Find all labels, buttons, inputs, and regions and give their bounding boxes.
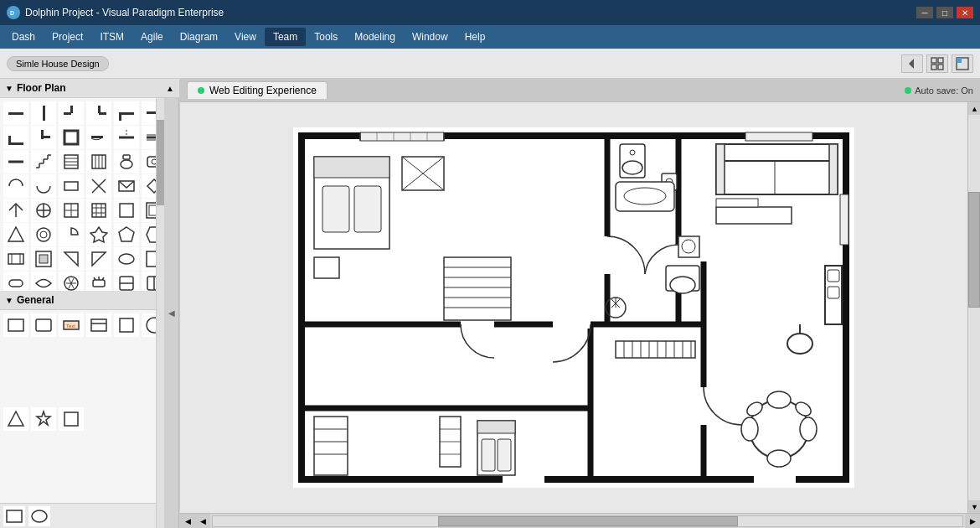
horizontal-scrollbar[interactable]: ◀ ◀ ▶ bbox=[180, 513, 980, 528]
menu-itsm[interactable]: ITSM bbox=[91, 28, 132, 46]
window-1[interactable] bbox=[142, 126, 156, 149]
wall-l-2[interactable] bbox=[31, 126, 56, 149]
rect-1[interactable] bbox=[59, 174, 84, 198]
horizontal-scrollbar-track[interactable] bbox=[212, 515, 963, 527]
shape-16[interactable] bbox=[86, 272, 111, 291]
close-button[interactable]: ✕ bbox=[957, 7, 973, 18]
floor-plan-section-header[interactable]: ▼ Floor Plan ▲ bbox=[0, 79, 179, 98]
panel-collapse-btn[interactable]: ◀ bbox=[164, 98, 179, 528]
grid-1[interactable] bbox=[59, 199, 84, 222]
gen-icon-7[interactable] bbox=[3, 407, 28, 431]
svg-point-120 bbox=[32, 510, 47, 522]
diagonal-1[interactable] bbox=[86, 174, 111, 198]
stair-1[interactable] bbox=[31, 150, 56, 173]
stair-3[interactable] bbox=[86, 150, 111, 173]
wall-icon-6[interactable] bbox=[142, 101, 156, 125]
window-2[interactable] bbox=[3, 150, 28, 173]
gen-icon-2[interactable] bbox=[31, 313, 56, 337]
menu-agile[interactable]: Agile bbox=[132, 28, 172, 46]
shape-1[interactable] bbox=[3, 223, 28, 246]
shape-7[interactable] bbox=[3, 247, 28, 271]
gen-icon-6[interactable] bbox=[142, 313, 156, 337]
menu-tools[interactable]: Tools bbox=[306, 28, 346, 46]
shape-10[interactable] bbox=[86, 247, 111, 271]
minimize-button[interactable]: ─ bbox=[916, 7, 933, 18]
arc-2[interactable] bbox=[31, 174, 56, 198]
frame-1[interactable] bbox=[142, 199, 156, 222]
toilet-1[interactable] bbox=[114, 150, 139, 173]
scroll-left-button[interactable]: ◀ bbox=[180, 514, 195, 529]
gen-icon-8[interactable] bbox=[31, 407, 56, 431]
shape-4[interactable] bbox=[86, 223, 111, 246]
door-1[interactable] bbox=[86, 126, 111, 149]
sink-1[interactable] bbox=[142, 150, 156, 173]
arrow-1[interactable] bbox=[142, 174, 156, 198]
general-section-header[interactable]: ▼ General bbox=[0, 291, 156, 310]
shape-13[interactable] bbox=[3, 272, 28, 291]
svg-rect-6 bbox=[938, 65, 943, 70]
gen-bottom-1[interactable] bbox=[3, 506, 25, 526]
shape-14[interactable] bbox=[31, 272, 56, 291]
menu-window[interactable]: Window bbox=[404, 28, 456, 46]
envelope-1[interactable] bbox=[114, 174, 139, 198]
door-2[interactable] bbox=[114, 126, 139, 149]
vertical-scroll-thumb[interactable] bbox=[968, 192, 980, 308]
arc-1[interactable] bbox=[3, 174, 28, 198]
fan-1[interactable] bbox=[31, 199, 56, 222]
toolbar-btn-2[interactable] bbox=[926, 54, 948, 73]
grid-2[interactable] bbox=[86, 199, 111, 222]
menu-help[interactable]: Help bbox=[456, 28, 494, 46]
wall-icon-5[interactable] bbox=[114, 101, 139, 125]
stair-2[interactable] bbox=[59, 150, 84, 173]
scroll-up-button[interactable]: ▲ bbox=[968, 102, 980, 115]
menu-view[interactable]: View bbox=[226, 28, 265, 46]
right-scrollbar[interactable]: ▲ ▼ bbox=[967, 102, 980, 513]
shape-8[interactable] bbox=[31, 247, 56, 271]
wall-square[interactable] bbox=[59, 126, 84, 149]
wall-icon-2[interactable] bbox=[31, 101, 56, 125]
shape-6[interactable] bbox=[142, 223, 156, 246]
shape-11[interactable] bbox=[114, 247, 139, 271]
wall-corner-2[interactable] bbox=[86, 101, 111, 125]
arrow-2[interactable] bbox=[3, 199, 28, 222]
menu-project[interactable]: Project bbox=[44, 28, 91, 46]
scroll-down-button[interactable]: ▼ bbox=[968, 500, 980, 513]
wall-corner-1[interactable] bbox=[59, 101, 84, 125]
shape-5[interactable] bbox=[114, 223, 139, 246]
scroll-page-left-button[interactable]: ◀ bbox=[195, 514, 210, 529]
active-tab[interactable]: Web Editing Experience bbox=[187, 81, 328, 99]
gen-icon-3[interactable]: Text bbox=[59, 313, 84, 337]
wall-icon-1[interactable] bbox=[3, 101, 28, 125]
floor-plan-scroll-up[interactable]: ▲ bbox=[166, 84, 174, 93]
horizontal-scroll-thumb[interactable] bbox=[438, 516, 738, 526]
toolbar-btn-3[interactable] bbox=[952, 54, 973, 73]
menu-dash[interactable]: Dash bbox=[3, 28, 44, 46]
menu-modeling[interactable]: Modeling bbox=[346, 28, 404, 46]
gen-icon-9[interactable] bbox=[59, 407, 84, 431]
shape-18[interactable] bbox=[142, 272, 156, 291]
menu-diagram[interactable]: Diagram bbox=[172, 28, 226, 46]
wall-l-1[interactable] bbox=[3, 126, 28, 149]
vertical-scrollbar-track[interactable] bbox=[968, 115, 980, 500]
maximize-button[interactable]: □ bbox=[936, 7, 953, 18]
shape-15[interactable] bbox=[59, 272, 84, 291]
back-icon bbox=[905, 57, 919, 70]
shape-9[interactable] bbox=[59, 247, 84, 271]
scroll-right-button[interactable]: ▶ bbox=[965, 514, 980, 529]
gen-bottom-2[interactable] bbox=[28, 506, 50, 526]
toolbar-btn-1[interactable] bbox=[901, 54, 923, 73]
gen-icon-5[interactable] bbox=[114, 313, 139, 337]
shape-2[interactable] bbox=[31, 223, 56, 246]
shape-17[interactable] bbox=[114, 272, 139, 291]
gen-icon-1[interactable] bbox=[3, 313, 28, 337]
project-tab[interactable]: Simle House Design bbox=[7, 56, 109, 71]
svg-marker-72 bbox=[8, 227, 23, 241]
shape-12[interactable] bbox=[142, 247, 156, 271]
gen-icon-4[interactable] bbox=[86, 313, 111, 337]
shape-3[interactable] bbox=[59, 223, 84, 246]
panel-scrollbar[interactable] bbox=[156, 98, 164, 528]
svg-rect-174 bbox=[314, 417, 348, 475]
diagram-canvas[interactable] bbox=[180, 102, 967, 513]
menu-team[interactable]: Team bbox=[265, 28, 306, 46]
grid-3[interactable] bbox=[114, 199, 139, 222]
